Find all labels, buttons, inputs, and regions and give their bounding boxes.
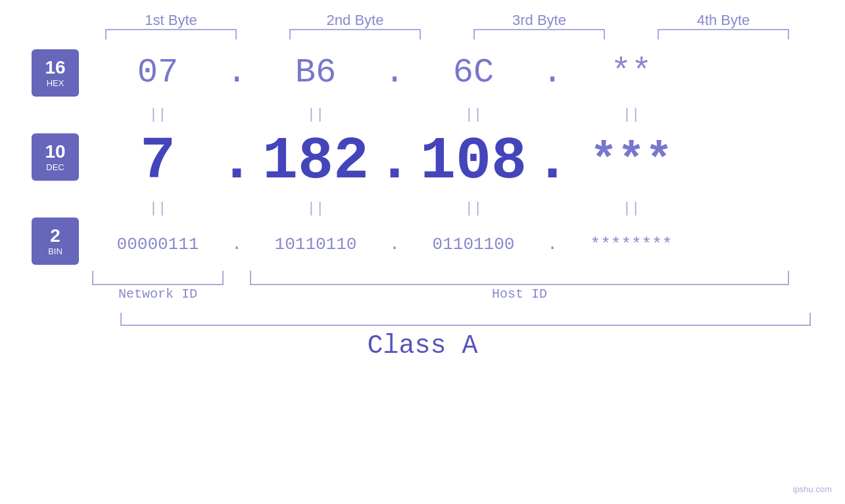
sep1-c3: || — [408, 106, 539, 123]
header-byte1: 1st Byte — [92, 12, 250, 29]
hex-value-1: 07 — [137, 53, 178, 92]
hex-num: 16 — [45, 58, 65, 78]
network-bracket — [92, 271, 224, 285]
dec-value-3: 108 — [420, 128, 527, 195]
dec-dot3: . — [539, 128, 566, 195]
hex-b4: ** — [566, 53, 697, 92]
bin-value-3: 01101100 — [433, 235, 515, 254]
hex-dot1: . — [224, 53, 250, 92]
class-label: Class A — [0, 331, 845, 361]
sep2-c2: || — [250, 200, 381, 217]
full-bottom-bracket — [120, 313, 811, 326]
bin-value-1: 00000111 — [117, 235, 199, 254]
dec-label: DEC — [46, 162, 64, 172]
bin-b3: 01101100 — [408, 235, 539, 254]
hex-b3: 6C — [408, 53, 539, 92]
dec-dot-3: . — [535, 128, 570, 195]
hex-value-2: B6 — [295, 53, 336, 92]
top-brackets-row — [79, 29, 845, 39]
dec-value-2: 182 — [262, 128, 369, 195]
bin-badge-wrapper: 2 BIN — [32, 212, 79, 271]
header-byte2: 2nd Byte — [276, 12, 434, 29]
hex-badge: 16 HEX — [32, 49, 79, 97]
top-section: 16 HEX 10 DEC 2 BIN — [0, 12, 845, 310]
bin-value-4: ******** — [591, 235, 673, 254]
sep2-c4: || — [566, 200, 697, 217]
bin-b2: 10110110 — [250, 235, 381, 254]
spacer1 — [32, 103, 79, 127]
dec-value-4: *** — [590, 135, 673, 187]
bin-badge: 2 BIN — [32, 218, 79, 265]
bracket-top-4 — [658, 29, 789, 39]
bin-b1: 00000111 — [92, 235, 224, 254]
bin-row: 00000111 . 10110110 . 01101100 . — [79, 221, 845, 268]
header-byte4: 4th Byte — [644, 12, 802, 29]
network-id-label: Network ID — [92, 286, 224, 302]
dec-b3: 108 — [408, 128, 539, 195]
hex-badge-wrapper: 16 HEX — [32, 43, 79, 103]
main-layout: 16 HEX 10 DEC 2 BIN — [0, 0, 845, 504]
hex-dot-1: . — [226, 53, 247, 92]
bin-num: 2 — [50, 226, 60, 246]
bin-value-2: 10110110 — [275, 235, 357, 254]
hex-label: HEX — [47, 78, 64, 88]
dec-b2: 182 — [250, 128, 381, 195]
bin-dot-3: . — [547, 235, 558, 254]
hex-dot2: . — [381, 53, 408, 92]
dec-dot-1: . — [219, 128, 254, 195]
dec-badge-wrapper: 10 DEC — [32, 127, 79, 187]
dec-num: 10 — [45, 142, 65, 162]
spacer2 — [32, 187, 79, 212]
bin-dot-1: . — [231, 235, 242, 254]
hex-b1: 07 — [92, 53, 224, 92]
dec-dot-2: . — [377, 128, 412, 195]
dec-value-1: 7 — [140, 128, 176, 195]
dec-dot1: . — [224, 128, 250, 195]
left-badges: 16 HEX 10 DEC 2 BIN — [0, 12, 79, 271]
right-grid: 1st Byte 2nd Byte 3rd Byte 4th Byte — [79, 12, 845, 310]
bracket-top-2 — [289, 29, 421, 39]
hex-value-3: 6C — [453, 53, 494, 92]
hex-dot3: . — [539, 53, 566, 92]
hex-value-4: ** — [611, 53, 652, 92]
hex-b2: B6 — [250, 53, 381, 92]
bin-dot1: . — [224, 235, 250, 254]
header-byte3: 3rd Byte — [460, 12, 618, 29]
byte-headers: 1st Byte 2nd Byte 3rd Byte 4th Byte — [79, 12, 845, 29]
bin-dot2: . — [381, 235, 408, 254]
hex-dot-3: . — [542, 53, 562, 92]
bottom-bracket-area: Network ID Host ID — [92, 271, 802, 310]
dec-dot2: . — [381, 128, 408, 195]
hex-row: 07 . B6 . 6C . ** — [79, 43, 845, 102]
sep2-c1: || — [92, 200, 224, 217]
host-id-label: Host ID — [250, 286, 789, 302]
dec-row: 7 . 182 . 108 . *** — [79, 127, 845, 196]
sep-row-1: || || || || — [79, 102, 845, 127]
bracket-top-1 — [105, 29, 237, 39]
sep2-c3: || — [408, 200, 539, 217]
dec-badge: 10 DEC — [32, 133, 79, 181]
bottom-area: Class A — [0, 313, 845, 361]
sep1-c4: || — [566, 106, 697, 123]
bin-label: BIN — [48, 246, 62, 256]
bin-dot-2: . — [389, 235, 400, 254]
sep-row-2: || || || || — [79, 196, 845, 221]
dec-b4: *** — [566, 135, 697, 187]
dec-b1: 7 — [92, 128, 224, 195]
hex-dot-2: . — [384, 53, 404, 92]
watermark-label: ipshu.com — [793, 484, 832, 494]
sep1-c2: || — [250, 106, 381, 123]
bin-dot3: . — [539, 235, 566, 254]
host-bracket — [250, 271, 789, 285]
bin-b4: ******** — [566, 235, 697, 254]
bracket-top-3 — [473, 29, 605, 39]
sep1-c1: || — [92, 106, 224, 123]
